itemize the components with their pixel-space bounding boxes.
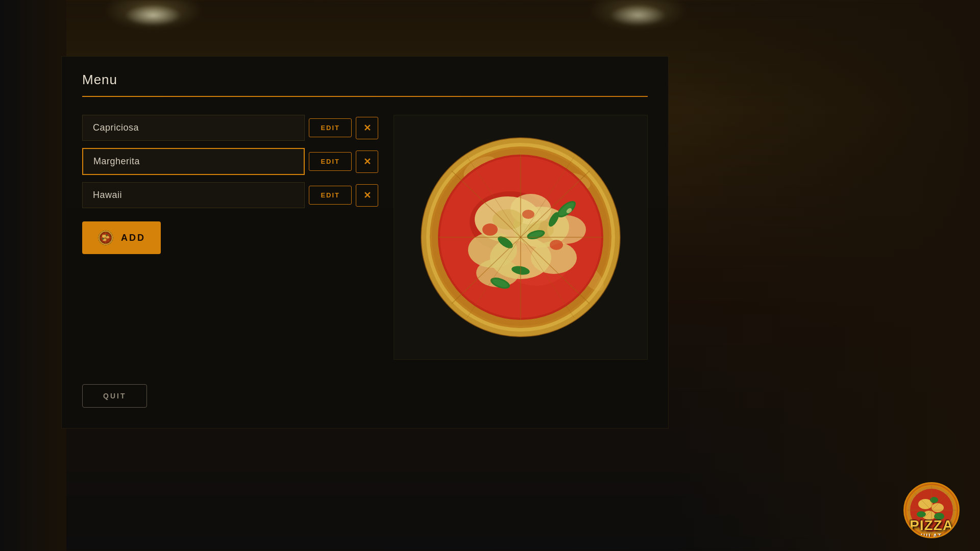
logo-text: PIZZA SIMULATOR [910, 518, 953, 538]
add-label: ADD [121, 233, 145, 243]
delete-button-hawaii[interactable]: ✕ [356, 184, 378, 207]
game-logo: PIZZA SIMULATOR [903, 482, 960, 538]
panel-title: Menu [82, 72, 648, 88]
add-pizza-icon [97, 230, 114, 246]
menu-item-row-margherita: Margherita EDIT ✕ [82, 148, 378, 175]
edit-button-margherita[interactable]: EDIT [309, 152, 352, 171]
svg-point-44 [550, 240, 563, 250]
delete-button-margherita[interactable]: ✕ [356, 151, 378, 173]
menu-item-row-hawaii: Hawaii EDIT ✕ [82, 182, 378, 208]
x-icon-hawaii: ✕ [363, 191, 371, 200]
svg-point-60 [917, 511, 926, 517]
delete-button-capriciosa[interactable]: ✕ [356, 117, 378, 139]
menu-item-row: Capriciosa EDIT ✕ [82, 115, 378, 141]
svg-point-4 [106, 236, 109, 239]
pizza-preview-image [419, 135, 623, 339]
add-pizza-button[interactable]: ADD [82, 221, 161, 254]
x-icon-capriciosa: ✕ [363, 123, 371, 133]
menu-item-name-margherita: Margherita [82, 148, 305, 175]
menu-item-name-hawaii: Hawaii [82, 182, 305, 208]
pizza-preview-section [394, 115, 648, 360]
menu-item-name-capriciosa: Capriciosa [82, 115, 305, 141]
edit-button-capriciosa[interactable]: EDIT [309, 118, 352, 137]
quit-button[interactable]: QUIT [82, 384, 147, 408]
edit-button-hawaii[interactable]: EDIT [309, 186, 352, 205]
main-panel: Menu Capriciosa EDIT ✕ Margherita EDIT [61, 56, 669, 429]
svg-point-32 [493, 209, 523, 230]
bg-left-wall [0, 0, 66, 551]
title-divider [82, 96, 648, 97]
panel-content: Capriciosa EDIT ✕ Margherita EDIT ✕ [82, 115, 648, 415]
svg-point-61 [930, 497, 938, 503]
logo-pizza-image: PIZZA SIMULATOR [903, 482, 960, 538]
logo-simulator-word: SIMULATOR [910, 533, 953, 538]
menu-list-section: Capriciosa EDIT ✕ Margherita EDIT ✕ [82, 115, 378, 415]
x-icon-margherita: ✕ [363, 157, 371, 166]
svg-point-43 [482, 223, 498, 236]
svg-point-45 [522, 210, 534, 219]
pizza-svg [419, 135, 623, 339]
logo-pizza-word: PIZZA [910, 518, 953, 533]
bg-right-wall [674, 0, 980, 551]
